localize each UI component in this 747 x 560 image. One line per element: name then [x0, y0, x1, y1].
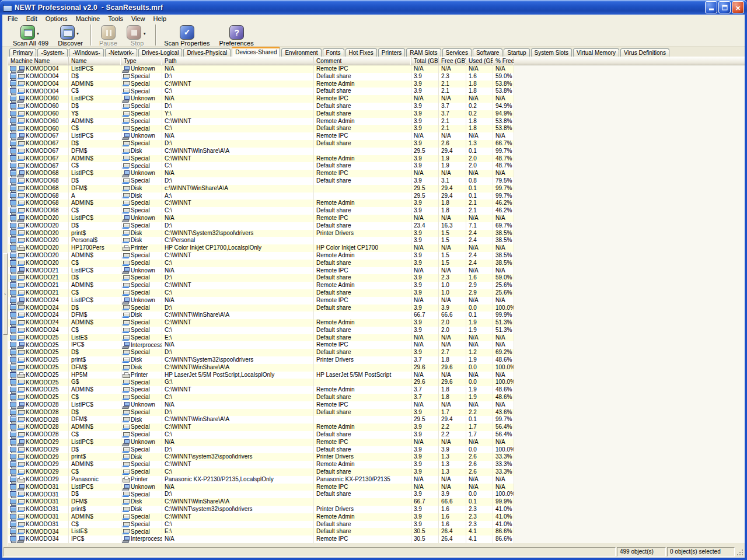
free-gb-cell[interactable]: N/A	[439, 372, 466, 379]
share-name-cell[interactable]: DFM$	[69, 148, 121, 155]
used-gb-cell[interactable]: 1.3	[466, 140, 493, 148]
tab[interactable]: System Slots	[531, 48, 572, 57]
free-gb-cell[interactable]: 3.9	[439, 304, 466, 312]
type-cell[interactable]: Special	[121, 379, 162, 386]
total-gb-cell[interactable]: 3.9	[411, 200, 439, 207]
comment-cell[interactable]: Default share	[314, 431, 411, 439]
type-cell[interactable]: Special	[121, 394, 162, 401]
discover-button[interactable]: Discover	[53, 24, 88, 47]
percent-free-cell[interactable]: N/A	[493, 341, 514, 349]
comment-cell[interactable]: Remote IPC	[314, 401, 411, 409]
machine-name-cell[interactable]: KOMODO60	[8, 125, 69, 132]
free-gb-cell[interactable]: 29.4	[439, 416, 466, 424]
preferences-button[interactable]: Preferences	[214, 24, 258, 47]
table-row[interactable]: KOMODO24 C$ Special C:\ Default share 3.…	[8, 327, 514, 334]
percent-free-cell[interactable]: 100.0%	[493, 446, 514, 454]
tab[interactable]: Virus Definitions	[620, 48, 669, 57]
type-cell[interactable]: Special	[121, 491, 162, 498]
path-cell[interactable]: C:\	[162, 260, 314, 267]
share-name-cell[interactable]: ADMIN$	[69, 282, 121, 289]
share-name-cell[interactable]: ADMIN$	[69, 80, 121, 88]
share-name-cell[interactable]: ListIPC$	[69, 267, 121, 275]
percent-free-cell[interactable]: 38.5%	[493, 230, 514, 237]
path-cell[interactable]: E:\	[162, 528, 314, 536]
comment-cell[interactable]	[314, 364, 411, 372]
total-gb-cell[interactable]: N/A	[411, 267, 439, 275]
used-gb-cell[interactable]: 1.9	[466, 319, 493, 327]
comment-cell[interactable]: Remote Admin	[314, 200, 411, 207]
share-name-cell[interactable]: C$	[69, 431, 121, 439]
path-cell[interactable]: C:\	[162, 162, 314, 170]
path-cell[interactable]: C:\WINNT	[162, 155, 314, 163]
share-name-cell[interactable]: IPC$	[69, 341, 121, 349]
discover-dropdown-arrow-icon[interactable]	[75, 27, 81, 37]
machine-name-cell[interactable]: KOMODO25	[8, 394, 69, 401]
total-gb-cell[interactable]: 3.9	[411, 424, 439, 431]
total-gb-cell[interactable]: 3.9	[411, 521, 439, 528]
path-cell[interactable]: D:\	[162, 73, 314, 80]
used-gb-cell[interactable]: 2.3	[466, 513, 493, 521]
column-header[interactable]: Free (GB)	[439, 57, 466, 65]
comment-cell[interactable]: Remote Admin	[314, 282, 411, 289]
percent-free-cell[interactable]: N/A	[493, 132, 514, 140]
type-cell[interactable]: Disk	[121, 148, 162, 155]
tab[interactable]: Devices-Shared	[232, 47, 280, 57]
free-gb-cell[interactable]: 2.1	[439, 80, 466, 88]
percent-free-cell[interactable]: 51.3%	[493, 327, 514, 334]
total-gb-cell[interactable]: 3.9	[411, 125, 439, 132]
table-row[interactable]: KOMODO68 D$ Special D:\ Default share 3.…	[8, 177, 514, 185]
percent-free-cell[interactable]: 66.7%	[493, 140, 514, 148]
type-cell[interactable]: Disk	[121, 364, 162, 372]
type-cell[interactable]: Special	[121, 282, 162, 289]
comment-cell[interactable]	[314, 379, 411, 386]
path-cell[interactable]: C:\	[162, 125, 314, 132]
percent-free-cell[interactable]: 100.0%	[493, 304, 514, 312]
share-name-cell[interactable]: DFM$	[69, 498, 121, 506]
path-cell[interactable]: N/A	[162, 132, 314, 140]
share-name-cell[interactable]: ListIPC$	[69, 215, 121, 222]
type-cell[interactable]: Printer	[121, 476, 162, 484]
total-gb-cell[interactable]: 3.9	[411, 230, 439, 237]
share-name-cell[interactable]: HP5M	[69, 372, 121, 379]
free-gb-cell[interactable]: N/A	[439, 334, 466, 342]
share-name-cell[interactable]: C$	[69, 521, 121, 528]
comment-cell[interactable]: Default share	[314, 334, 411, 342]
comment-cell[interactable]: Remote IPC	[314, 267, 411, 275]
type-cell[interactable]: Special	[121, 424, 162, 431]
percent-free-cell[interactable]: 48.6%	[493, 386, 514, 394]
free-gb-cell[interactable]: 1.8	[439, 394, 466, 401]
table-row[interactable]: KOMODO60 C$ Special C:\ Default share 3.…	[8, 125, 514, 132]
scan-all-button[interactable]: Scan All 499	[8, 24, 53, 47]
used-gb-cell[interactable]: 1.8	[466, 125, 493, 132]
used-gb-cell[interactable]: 2.2	[466, 409, 493, 416]
path-cell[interactable]: C:\WINNT\System32\spool\drivers	[162, 356, 314, 364]
path-cell[interactable]: c:\WINNT\WinShare\A\A	[162, 185, 314, 192]
total-gb-cell[interactable]: 30.5	[411, 536, 439, 543]
total-gb-cell[interactable]: 3.9	[411, 162, 439, 170]
used-gb-cell[interactable]: 0.0	[466, 491, 493, 498]
type-cell[interactable]: Disk	[121, 230, 162, 237]
used-gb-cell[interactable]: 0.0	[466, 364, 493, 372]
comment-cell[interactable]: Default share	[314, 409, 411, 416]
type-cell[interactable]: Special	[121, 260, 162, 267]
path-cell[interactable]: D:\	[162, 222, 314, 230]
total-gb-cell[interactable]: 3.9	[411, 73, 439, 80]
percent-free-cell[interactable]: 79.5%	[493, 177, 514, 185]
free-gb-cell[interactable]: 2.3	[439, 274, 466, 282]
path-cell[interactable]: Panasonic KX-P2130/P2135,LocalsplOnly	[162, 476, 314, 484]
type-cell[interactable]: Special	[121, 349, 162, 356]
type-cell[interactable]: Disk	[121, 312, 162, 319]
table-row[interactable]: KOMODO04 ListIPC$ Unknown N/A Remote IPC…	[8, 65, 514, 73]
table-row[interactable]: KOMODO29 print$ Disk C:\WINNT\system32\s…	[8, 453, 514, 461]
path-cell[interactable]: C:\WINNT	[162, 319, 314, 327]
path-cell[interactable]: D:\	[162, 446, 314, 454]
type-cell[interactable]: Special	[121, 327, 162, 334]
share-name-cell[interactable]: ListIPC$	[69, 484, 121, 491]
free-gb-cell[interactable]: 26.4	[439, 536, 466, 543]
comment-cell[interactable]: Remote IPC	[314, 484, 411, 491]
used-gb-cell[interactable]: N/A	[466, 215, 493, 222]
comment-cell[interactable]: Printer Drivers	[314, 453, 411, 461]
total-gb-cell[interactable]: 3.9	[411, 155, 439, 163]
stop-dropdown-arrow-icon[interactable]	[141, 27, 148, 37]
comment-cell[interactable]: Default share	[314, 446, 411, 454]
